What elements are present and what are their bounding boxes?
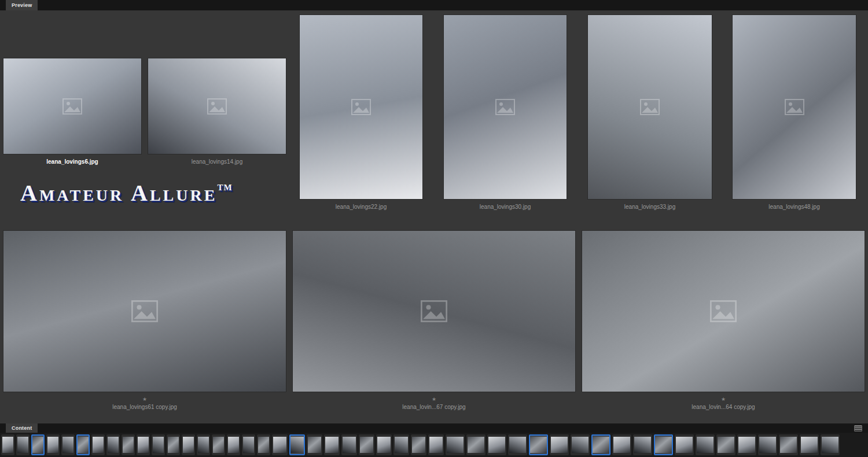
thumbnail-image — [47, 437, 58, 453]
filmstrip-thumbnail[interactable] — [152, 434, 165, 455]
thumbnail-image — [2, 437, 13, 453]
filmstrip-thumbnail[interactable] — [257, 434, 270, 455]
panel-menu-icon[interactable] — [854, 425, 862, 432]
image-placeholder-icon — [421, 300, 447, 322]
filmstrip-thumbnail[interactable] — [212, 434, 225, 455]
bridge-preview-window: Preview leana_lovings6.jpg leana_lovings… — [0, 0, 868, 457]
filmstrip-thumbnail[interactable] — [737, 434, 756, 455]
thumbnail-image — [509, 437, 526, 453]
thumbnail-image — [655, 437, 672, 453]
thumbnail-image — [213, 437, 224, 453]
photo-thumbnail[interactable] — [148, 58, 286, 154]
thumbnail-image — [468, 437, 484, 453]
thumbnail-image — [530, 437, 547, 453]
filmstrip-thumbnail[interactable] — [106, 434, 120, 455]
filmstrip-thumbnail[interactable] — [61, 434, 75, 455]
thumbnail-image — [593, 437, 609, 453]
filmstrip-thumbnail[interactable] — [122, 434, 135, 455]
filmstrip-thumbnail[interactable] — [227, 434, 240, 455]
thumbnail-image — [228, 437, 239, 453]
photo-thumbnail[interactable] — [582, 230, 865, 392]
filmstrip-thumbnail[interactable] — [716, 434, 735, 455]
thumbnail-image — [325, 437, 339, 453]
filmstrip-thumbnail[interactable] — [696, 434, 715, 455]
photo-thumbnail[interactable] — [3, 58, 142, 154]
filmstrip-thumbnail[interactable] — [376, 434, 392, 455]
filmstrip-thumbnail[interactable] — [428, 434, 444, 455]
thumbnail-image — [412, 437, 425, 453]
filmstrip-thumbnail[interactable] — [46, 434, 60, 455]
filmstrip-thumbnail[interactable] — [341, 434, 357, 455]
thumbnail-image — [360, 437, 373, 453]
filmstrip-thumbnail[interactable] — [487, 434, 506, 455]
filename-label: leana_lovings22.jpg — [299, 204, 423, 211]
thumbnail-image — [634, 437, 651, 453]
thumbnail-image — [258, 437, 269, 453]
filmstrip-thumbnail[interactable] — [197, 434, 210, 455]
filmstrip-thumbnail-selected[interactable] — [289, 434, 305, 455]
filmstrip-thumbnail[interactable] — [242, 434, 255, 455]
filmstrip-thumbnail[interactable] — [508, 434, 527, 455]
filmstrip-thumbnail-selected[interactable] — [654, 434, 673, 455]
filmstrip-thumbnail[interactable] — [182, 434, 195, 455]
thumbnail-image — [123, 437, 134, 453]
photo-thumbnail[interactable] — [3, 230, 286, 392]
filename-label: leana_lovings6.jpg — [3, 159, 142, 165]
filmstrip-thumbnail[interactable] — [612, 434, 631, 455]
filmstrip-thumbnail[interactable] — [91, 434, 105, 455]
filmstrip-thumbnail[interactable] — [571, 434, 590, 455]
filmstrip-thumbnail[interactable] — [272, 434, 288, 455]
image-placeholder-icon — [131, 300, 158, 322]
thumbnail-image — [78, 437, 89, 453]
filmstrip-thumbnail[interactable] — [633, 434, 652, 455]
content-panel-header: Content — [0, 423, 868, 433]
filmstrip-thumbnail[interactable] — [16, 434, 30, 455]
filmstrip-thumbnail[interactable] — [466, 434, 486, 455]
thumbnail-image — [551, 437, 568, 453]
filmstrip-thumbnail[interactable] — [821, 434, 840, 455]
filmstrip-thumbnail-selected[interactable] — [591, 434, 610, 455]
thumbnail-image — [17, 437, 28, 453]
photo-thumbnail[interactable] — [587, 14, 712, 200]
filmstrip-thumbnail[interactable] — [758, 434, 777, 455]
preview-area: leana_lovings6.jpg leana_lovings14.jpg A… — [0, 10, 868, 423]
tab-preview[interactable]: Preview — [6, 0, 38, 10]
photo-thumbnail[interactable] — [299, 14, 423, 200]
photo-thumbnail[interactable] — [443, 14, 567, 200]
thumbnail-image — [343, 437, 356, 453]
rating-star-icon: ★ — [3, 396, 286, 403]
filmstrip-thumbnail[interactable] — [411, 434, 426, 455]
image-placeholder-icon — [640, 99, 660, 115]
thumbnail-image — [108, 437, 119, 453]
filmstrip-thumbnail[interactable] — [675, 434, 694, 455]
thumbnail-image — [613, 437, 630, 453]
filmstrip-thumbnail[interactable] — [393, 434, 409, 455]
filmstrip-thumbnail-selected[interactable] — [529, 434, 548, 455]
thumbnail-image — [759, 437, 776, 453]
tab-content[interactable]: Content — [6, 423, 38, 433]
photo-thumbnail[interactable] — [292, 230, 576, 392]
filmstrip-thumbnail[interactable] — [446, 434, 465, 455]
filename-label: ★ leana_lovings61 copy.jpg — [3, 396, 286, 411]
image-placeholder-icon — [495, 99, 515, 115]
filmstrip-thumbnail[interactable] — [324, 434, 340, 455]
filmstrip — [0, 433, 868, 457]
filmstrip-thumbnail-selected[interactable] — [31, 434, 45, 455]
filmstrip-thumbnail-selected[interactable] — [76, 434, 90, 455]
filmstrip-thumbnail[interactable] — [167, 434, 180, 455]
filmstrip-thumbnail[interactable] — [1, 434, 14, 455]
thumbnail-image — [168, 437, 179, 453]
thumbnail-image — [572, 437, 589, 453]
thumbnail-image — [488, 437, 505, 453]
thumbnail-image — [138, 437, 149, 453]
filmstrip-thumbnail[interactable] — [550, 434, 569, 455]
photo-thumbnail[interactable] — [732, 14, 856, 200]
filmstrip-thumbnail[interactable] — [779, 434, 798, 455]
filename-label: ★ leana_lovin...64 copy.jpg — [582, 396, 865, 411]
filmstrip-thumbnail[interactable] — [800, 434, 819, 455]
filmstrip-thumbnail[interactable] — [137, 434, 150, 455]
filmstrip-thumbnail[interactable] — [307, 434, 322, 455]
thumbnail-image — [290, 437, 304, 453]
thumbnail-image — [395, 437, 408, 453]
filmstrip-thumbnail[interactable] — [359, 434, 374, 455]
